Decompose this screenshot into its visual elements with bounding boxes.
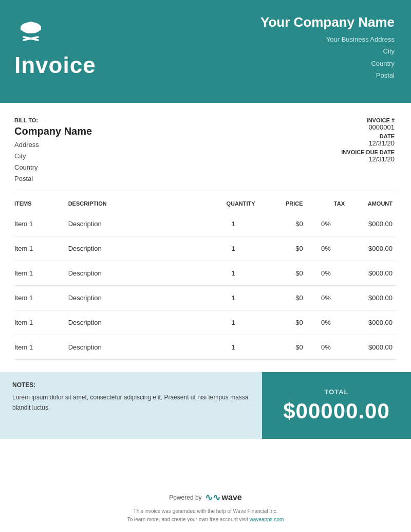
row-price-2: $0	[259, 261, 307, 286]
total-value: $00000.00	[283, 399, 390, 424]
notes-area: NOTES: Lorem ipsum dolor sit amet, conse…	[0, 372, 262, 439]
bill-address: Address	[14, 139, 282, 151]
due-date-label: INVOICE DUE DATE	[282, 149, 395, 155]
row-price-3: $0	[259, 286, 307, 310]
row-desc-3: Description	[68, 286, 212, 310]
row-qty-0: 1	[212, 212, 259, 236]
notes-label: NOTES:	[12, 381, 250, 389]
row-tax-3: 0%	[307, 286, 349, 310]
col-header-quantity: QUANTITY	[212, 193, 259, 212]
date-row: DATE 12/31/20	[282, 133, 395, 147]
row-price-5: $0	[259, 335, 307, 360]
row-amount-2: $000.00	[349, 261, 397, 286]
row-price-1: $0	[259, 236, 307, 261]
row-amount-0: $000.00	[349, 212, 397, 236]
col-header-price: PRICE	[259, 193, 307, 212]
powered-by-row: Powered by ∿∿ wave	[16, 492, 395, 503]
row-qty-5: 1	[212, 335, 259, 360]
invoice-meta-area: INVOICE # 0000001 DATE 12/31/20 INVOICE …	[282, 117, 395, 185]
header-address-line1: Your Business Address	[260, 33, 395, 45]
header-company-name: Your Company Name	[260, 14, 395, 30]
bill-city: City	[14, 151, 282, 162]
row-qty-1: 1	[212, 236, 259, 261]
due-date-row: INVOICE DUE DATE 12/31/20	[282, 149, 395, 163]
table-row: Item 1 Description 1 $0 0% $000.00	[14, 335, 397, 360]
row-tax-2: 0%	[307, 261, 349, 286]
col-header-amount: AMOUNT	[349, 193, 397, 212]
date-value: 12/31/20	[282, 139, 395, 147]
row-tax-1: 0%	[307, 236, 349, 261]
invoice-header: Invoice Your Company Name Your Business …	[0, 0, 411, 103]
bill-country: Country	[14, 162, 282, 173]
row-item-5: Item 1	[14, 335, 68, 360]
row-tax-4: 0%	[307, 310, 349, 335]
header-address-line4: Postal	[260, 69, 395, 81]
items-table: ITEMS DESCRIPTION QUANTITY PRICE TAX AMO…	[14, 193, 397, 360]
due-date-value: 12/31/20	[282, 155, 395, 163]
row-desc-2: Description	[68, 261, 212, 286]
wave-brand-text: wave	[222, 493, 242, 502]
row-price-0: $0	[259, 212, 307, 236]
invoice-title-text: Invoice	[14, 52, 96, 78]
col-header-items: ITEMS	[14, 193, 68, 212]
row-item-0: Item 1	[14, 212, 68, 236]
footer-note-line2: To learn more, and create your own free …	[127, 517, 248, 522]
table-row: Item 1 Description 1 $0 0% $000.00	[14, 261, 397, 286]
row-desc-0: Description	[68, 212, 212, 236]
row-item-4: Item 1	[14, 310, 68, 335]
row-amount-5: $000.00	[349, 335, 397, 360]
row-tax-5: 0%	[307, 335, 349, 360]
bill-postal: Postal	[14, 173, 282, 185]
table-row: Item 1 Description 1 $0 0% $000.00	[14, 236, 397, 261]
row-item-3: Item 1	[14, 286, 68, 310]
row-amount-1: $000.00	[349, 236, 397, 261]
header-right: Your Company Name Your Business Address …	[260, 14, 395, 82]
footer-note: This invoice was generated with the help…	[16, 507, 395, 524]
row-qty-2: 1	[212, 261, 259, 286]
invoice-page: Invoice Your Company Name Your Business …	[0, 0, 411, 532]
row-desc-4: Description	[68, 310, 212, 335]
table-row: Item 1 Description 1 $0 0% $000.00	[14, 212, 397, 236]
row-tax-0: 0%	[307, 212, 349, 236]
row-desc-1: Description	[68, 236, 212, 261]
wave-link[interactable]: waveapps.com	[250, 517, 284, 522]
bill-section: BILL TO: Company Name Address City Count…	[0, 103, 411, 193]
bill-to-area: BILL TO: Company Name Address City Count…	[14, 117, 282, 185]
wave-logo: ∿∿ wave	[205, 492, 242, 503]
svg-rect-3	[29, 22, 33, 27]
row-amount-3: $000.00	[349, 286, 397, 310]
invoice-number-value: 0000001	[282, 123, 395, 131]
row-qty-3: 1	[212, 286, 259, 310]
total-area: TOTAL $00000.00	[262, 372, 411, 439]
date-label: DATE	[282, 133, 395, 139]
row-item-2: Item 1	[14, 261, 68, 286]
wave-wave-icon: ∿∿	[205, 492, 220, 503]
company-logo-icon	[14, 14, 47, 47]
table-row: Item 1 Description 1 $0 0% $000.00	[14, 286, 397, 310]
bill-company-name: Company Name	[14, 125, 282, 137]
table-header-row: ITEMS DESCRIPTION QUANTITY PRICE TAX AMO…	[14, 193, 397, 212]
total-label: TOTAL	[324, 388, 348, 396]
invoice-footer: Powered by ∿∿ wave This invoice was gene…	[0, 482, 411, 532]
footer-note-line1: This invoice was generated with the help…	[134, 508, 278, 514]
col-header-tax: TAX	[307, 193, 349, 212]
header-address-line2: City	[260, 45, 395, 57]
bill-to-label: BILL TO:	[14, 117, 282, 123]
invoice-number-label: INVOICE #	[282, 117, 395, 123]
header-left: Invoice	[14, 14, 96, 78]
row-item-1: Item 1	[14, 236, 68, 261]
col-header-description: DESCRIPTION	[68, 193, 212, 212]
bottom-section: NOTES: Lorem ipsum dolor sit amet, conse…	[0, 372, 411, 439]
notes-text: Lorem ipsum dolor sit amet, consectetur …	[12, 393, 250, 412]
table-row: Item 1 Description 1 $0 0% $000.00	[14, 310, 397, 335]
header-address-line3: Country	[260, 58, 395, 69]
row-desc-5: Description	[68, 335, 212, 360]
row-price-4: $0	[259, 310, 307, 335]
row-amount-4: $000.00	[349, 310, 397, 335]
row-qty-4: 1	[212, 310, 259, 335]
invoice-number-row: INVOICE # 0000001	[282, 117, 395, 131]
powered-by-text: Powered by	[169, 494, 201, 501]
